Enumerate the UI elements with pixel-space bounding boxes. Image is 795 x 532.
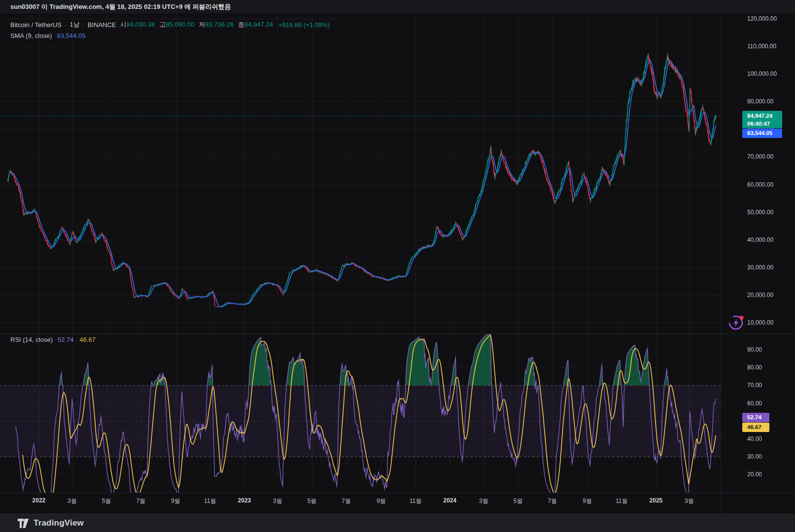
time-tick-label: 3월	[479, 497, 488, 505]
rsi-tick-label: 90.00	[747, 346, 762, 353]
price-tick-label: 10,000.00	[747, 319, 773, 326]
publish-info-bar: sun03007 이 TradingView.com, 4월 18, 2025 …	[0, 0, 795, 14]
time-tick-label: 3월	[685, 497, 694, 505]
last-price-value: 84,947.24	[747, 112, 782, 120]
price-tick-label: 60,000.00	[747, 181, 773, 188]
boost-lightning-icon[interactable]	[727, 313, 745, 331]
time-tick-label: 11월	[204, 497, 216, 505]
rsi-legend: RSI (14, close) 52.74 46.67	[10, 334, 96, 344]
footer-bar: TradingView	[0, 514, 795, 532]
price-tick-label: 20,000.00	[747, 292, 773, 299]
pane-separator[interactable]	[0, 333, 795, 334]
time-tick-label: 3월	[68, 497, 77, 505]
symbol-title: Bitcoin / TetherUS	[10, 21, 62, 29]
ohlc-low: 저83,736.26	[199, 20, 234, 29]
price-tick-label: 30,000.00	[747, 264, 773, 271]
rsi-tick-label: 70.00	[747, 382, 762, 389]
interval-label: 1날	[69, 20, 79, 29]
time-tick-label: 2025	[650, 497, 663, 504]
high-value: 85,090.00	[166, 21, 194, 28]
time-tick-label: 11월	[410, 497, 421, 505]
low-label: 저	[199, 21, 205, 28]
time-axis-separator	[0, 493, 795, 493]
change-value: +916.86 (+1.09%)	[278, 21, 330, 29]
price-tick-label: 50,000.00	[747, 209, 773, 216]
close-value: 84,947.24	[244, 21, 273, 28]
rsi-ma-value-badge: 46.67	[742, 423, 769, 432]
rsi-value-badge: 52.74	[742, 413, 769, 422]
ohlc-close: 종84,947.24	[238, 20, 273, 29]
sma-value: 83,544.05	[57, 32, 86, 39]
sma-legend-row: SMA (9, close) 83,544.05	[10, 31, 330, 40]
time-tick-label: 7월	[136, 497, 145, 505]
close-label: 종	[238, 21, 244, 28]
rsi-tick-label: 40.00	[747, 435, 762, 442]
time-tick-label: 5월	[514, 497, 523, 505]
time-tick-label: 11월	[616, 497, 627, 505]
time-tick-label: 2024	[443, 497, 456, 504]
price-axis-border	[721, 14, 721, 514]
rsi-value: 52.74	[58, 336, 74, 343]
rsi-label: RSI (14, close)	[10, 336, 53, 343]
open-value: 84,030.38	[127, 21, 155, 28]
symbol-legend-row: Bitcoin / TetherUS · 1날 · BINANCE 시84,03…	[10, 20, 330, 30]
price-tick-label: 100,000.00	[747, 70, 777, 77]
high-label: 고	[159, 21, 166, 28]
time-tick-label: 5월	[308, 497, 317, 505]
time-tick-label: 9월	[377, 497, 386, 505]
low-value: 83,736.26	[205, 21, 234, 28]
open-label: 시	[120, 21, 127, 28]
price-tick-label: 90,000.00	[747, 98, 773, 105]
time-tick-label: 2023	[238, 497, 251, 504]
bar-countdown: 06:40:47	[747, 120, 782, 128]
chart-canvas[interactable]	[0, 0, 795, 532]
price-tick-label: 70,000.00	[747, 153, 773, 160]
tradingview-logo-icon[interactable]	[18, 519, 29, 528]
tradingview-brand-text[interactable]: TradingView	[34, 518, 84, 528]
price-tick-label: 110,000.00	[747, 43, 776, 50]
time-tick-label: 7월	[342, 497, 351, 505]
price-tick-label: 40,000.00	[747, 236, 773, 243]
price-tick-label: 120,000.00	[747, 15, 777, 22]
last-price-badge: 84,947.24 06:40:47	[742, 111, 782, 128]
ohlc-high: 고85,090.00	[159, 20, 194, 29]
time-tick-label: 2022	[33, 497, 46, 504]
time-tick-label: 3월	[273, 497, 282, 505]
rsi-tick-label: 30.00	[747, 453, 762, 460]
sma-price-badge: 83,544.05	[742, 129, 782, 138]
time-tick-label: 9월	[171, 497, 180, 505]
time-tick-label: 9월	[583, 497, 592, 505]
exchange-label: BINANCE	[88, 21, 116, 29]
time-tick-label: 5월	[102, 497, 111, 505]
legend-separator: ·	[79, 21, 87, 29]
ohlc-open: 시84,030.38	[120, 20, 155, 29]
legend-separator: ·	[62, 21, 69, 29]
tradingview-published-chart: sun03007 이 TradingView.com, 4월 18, 2025 …	[0, 0, 795, 532]
rsi-tick-label: 80.00	[747, 364, 762, 371]
publish-info: sun03007 이 TradingView.com, 4월 18, 2025 …	[10, 2, 231, 11]
rsi-ma-value: 46.67	[80, 336, 96, 343]
symbol-legend: Bitcoin / TetherUS · 1날 · BINANCE 시84,03…	[10, 20, 330, 40]
sma-label: SMA (9, close)	[10, 32, 52, 39]
rsi-tick-label: 60.00	[747, 400, 762, 407]
time-tick-label: 7월	[548, 497, 557, 505]
rsi-tick-label: 20.00	[747, 471, 762, 478]
